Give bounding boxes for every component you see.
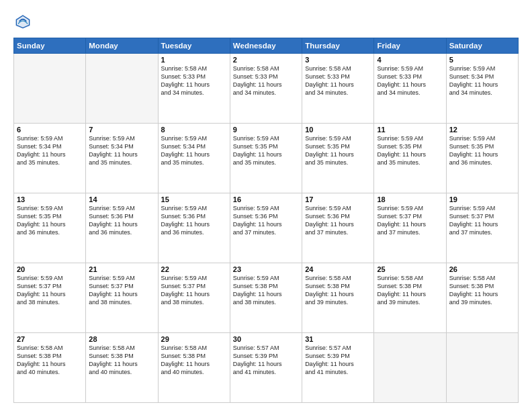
day-info: Sunrise: 5:59 AM Sunset: 5:34 PM Dayligh… [17, 134, 83, 167]
day-info: Sunrise: 5:59 AM Sunset: 5:34 PM Dayligh… [89, 134, 154, 167]
day-info: Sunrise: 5:59 AM Sunset: 5:36 PM Dayligh… [233, 204, 299, 237]
day-number: 9 [233, 126, 299, 134]
header-wednesday: Wednesday [230, 38, 302, 54]
day-info: Sunrise: 5:59 AM Sunset: 5:34 PM Dayligh… [161, 134, 227, 167]
day-info: Sunrise: 5:58 AM Sunset: 5:38 PM Dayligh… [377, 274, 443, 307]
day-info: Sunrise: 5:58 AM Sunset: 5:38 PM Dayligh… [17, 344, 83, 377]
calendar-cell: 27Sunrise: 5:58 AM Sunset: 5:38 PM Dayli… [14, 333, 86, 403]
svg-marker-0 [16, 15, 30, 29]
day-number: 16 [233, 195, 299, 203]
day-info: Sunrise: 5:59 AM Sunset: 5:35 PM Dayligh… [17, 204, 83, 237]
week-row-4: 20Sunrise: 5:59 AM Sunset: 5:37 PM Dayli… [14, 263, 519, 333]
calendar-cell: 2Sunrise: 5:58 AM Sunset: 5:33 PM Daylig… [230, 54, 302, 124]
day-info: Sunrise: 5:59 AM Sunset: 5:36 PM Dayligh… [161, 204, 227, 237]
calendar-cell: 1Sunrise: 5:58 AM Sunset: 5:33 PM Daylig… [158, 54, 230, 124]
calendar-header-row: SundayMondayTuesdayWednesdayThursdayFrid… [14, 38, 519, 54]
calendar-cell: 13Sunrise: 5:59 AM Sunset: 5:35 PM Dayli… [14, 193, 86, 263]
day-info: Sunrise: 5:59 AM Sunset: 5:35 PM Dayligh… [233, 134, 299, 167]
day-info: Sunrise: 5:59 AM Sunset: 5:37 PM Dayligh… [449, 204, 515, 237]
day-info: Sunrise: 5:59 AM Sunset: 5:36 PM Dayligh… [89, 204, 154, 237]
calendar-cell: 7Sunrise: 5:59 AM Sunset: 5:34 PM Daylig… [86, 124, 158, 193]
day-info: Sunrise: 5:58 AM Sunset: 5:33 PM Dayligh… [305, 64, 371, 97]
day-number: 20 [17, 265, 83, 273]
day-info: Sunrise: 5:59 AM Sunset: 5:36 PM Dayligh… [305, 204, 371, 237]
day-number: 13 [17, 195, 83, 203]
week-row-5: 27Sunrise: 5:58 AM Sunset: 5:38 PM Dayli… [14, 333, 519, 403]
day-info: Sunrise: 5:59 AM Sunset: 5:35 PM Dayligh… [449, 134, 515, 167]
day-info: Sunrise: 5:59 AM Sunset: 5:37 PM Dayligh… [89, 274, 154, 307]
day-number: 4 [377, 56, 443, 64]
logo-icon [13, 12, 32, 31]
calendar-cell [14, 54, 86, 124]
calendar-cell: 14Sunrise: 5:59 AM Sunset: 5:36 PM Dayli… [86, 193, 158, 263]
calendar-cell: 10Sunrise: 5:59 AM Sunset: 5:35 PM Dayli… [302, 124, 374, 193]
calendar-cell: 12Sunrise: 5:59 AM Sunset: 5:35 PM Dayli… [446, 124, 518, 193]
calendar-cell: 16Sunrise: 5:59 AM Sunset: 5:36 PM Dayli… [230, 193, 302, 263]
day-info: Sunrise: 5:59 AM Sunset: 5:33 PM Dayligh… [377, 64, 443, 97]
day-number: 17 [305, 195, 371, 203]
day-number: 3 [305, 56, 371, 64]
day-number: 26 [449, 265, 515, 273]
calendar-cell: 19Sunrise: 5:59 AM Sunset: 5:37 PM Dayli… [446, 193, 518, 263]
calendar-cell: 28Sunrise: 5:58 AM Sunset: 5:38 PM Dayli… [86, 333, 158, 403]
calendar-cell: 29Sunrise: 5:58 AM Sunset: 5:38 PM Dayli… [158, 333, 230, 403]
day-info: Sunrise: 5:58 AM Sunset: 5:38 PM Dayligh… [161, 344, 227, 377]
day-number: 6 [17, 126, 83, 134]
day-number: 25 [377, 265, 443, 273]
calendar-cell [374, 333, 446, 403]
calendar-cell [86, 54, 158, 124]
day-number: 29 [161, 335, 227, 343]
day-info: Sunrise: 5:59 AM Sunset: 5:37 PM Dayligh… [377, 204, 443, 237]
header [13, 12, 519, 31]
week-row-3: 13Sunrise: 5:59 AM Sunset: 5:35 PM Dayli… [14, 193, 519, 263]
day-number: 12 [449, 126, 515, 134]
calendar-cell: 22Sunrise: 5:59 AM Sunset: 5:37 PM Dayli… [158, 263, 230, 333]
day-number: 21 [89, 265, 154, 273]
day-info: Sunrise: 5:59 AM Sunset: 5:35 PM Dayligh… [305, 134, 371, 167]
week-row-2: 6Sunrise: 5:59 AM Sunset: 5:34 PM Daylig… [14, 124, 519, 193]
day-number: 15 [161, 195, 227, 203]
calendar-cell: 23Sunrise: 5:59 AM Sunset: 5:38 PM Dayli… [230, 263, 302, 333]
calendar-cell: 25Sunrise: 5:58 AM Sunset: 5:38 PM Dayli… [374, 263, 446, 333]
calendar-cell: 3Sunrise: 5:58 AM Sunset: 5:33 PM Daylig… [302, 54, 374, 124]
day-number: 5 [449, 56, 515, 64]
day-info: Sunrise: 5:58 AM Sunset: 5:33 PM Dayligh… [233, 64, 299, 97]
calendar: SundayMondayTuesdayWednesdayThursdayFrid… [13, 38, 519, 403]
week-row-1: 1Sunrise: 5:58 AM Sunset: 5:33 PM Daylig… [14, 54, 519, 124]
calendar-cell [446, 333, 518, 403]
calendar-cell: 18Sunrise: 5:59 AM Sunset: 5:37 PM Dayli… [374, 193, 446, 263]
header-tuesday: Tuesday [158, 38, 230, 54]
day-info: Sunrise: 5:58 AM Sunset: 5:38 PM Dayligh… [305, 274, 371, 307]
logo [13, 12, 35, 31]
calendar-cell: 11Sunrise: 5:59 AM Sunset: 5:35 PM Dayli… [374, 124, 446, 193]
calendar-cell: 5Sunrise: 5:59 AM Sunset: 5:34 PM Daylig… [446, 54, 518, 124]
day-info: Sunrise: 5:59 AM Sunset: 5:37 PM Dayligh… [161, 274, 227, 307]
day-number: 1 [161, 56, 227, 64]
day-number: 30 [233, 335, 299, 343]
calendar-cell: 26Sunrise: 5:58 AM Sunset: 5:38 PM Dayli… [446, 263, 518, 333]
day-info: Sunrise: 5:59 AM Sunset: 5:34 PM Dayligh… [449, 64, 515, 97]
day-info: Sunrise: 5:59 AM Sunset: 5:38 PM Dayligh… [233, 274, 299, 307]
day-info: Sunrise: 5:57 AM Sunset: 5:39 PM Dayligh… [233, 344, 299, 377]
page: SundayMondayTuesdayWednesdayThursdayFrid… [0, 0, 532, 411]
day-info: Sunrise: 5:58 AM Sunset: 5:33 PM Dayligh… [161, 64, 227, 97]
day-number: 23 [233, 265, 299, 273]
calendar-cell: 21Sunrise: 5:59 AM Sunset: 5:37 PM Dayli… [86, 263, 158, 333]
day-number: 2 [233, 56, 299, 64]
calendar-cell: 15Sunrise: 5:59 AM Sunset: 5:36 PM Dayli… [158, 193, 230, 263]
header-monday: Monday [86, 38, 158, 54]
day-number: 18 [377, 195, 443, 203]
day-info: Sunrise: 5:59 AM Sunset: 5:35 PM Dayligh… [377, 134, 443, 167]
day-info: Sunrise: 5:57 AM Sunset: 5:39 PM Dayligh… [305, 344, 371, 377]
day-number: 10 [305, 126, 371, 134]
header-thursday: Thursday [302, 38, 374, 54]
header-friday: Friday [374, 38, 446, 54]
day-number: 31 [305, 335, 371, 343]
calendar-cell: 9Sunrise: 5:59 AM Sunset: 5:35 PM Daylig… [230, 124, 302, 193]
calendar-cell: 6Sunrise: 5:59 AM Sunset: 5:34 PM Daylig… [14, 124, 86, 193]
day-number: 22 [161, 265, 227, 273]
day-number: 8 [161, 126, 227, 134]
calendar-cell: 8Sunrise: 5:59 AM Sunset: 5:34 PM Daylig… [158, 124, 230, 193]
calendar-cell: 30Sunrise: 5:57 AM Sunset: 5:39 PM Dayli… [230, 333, 302, 403]
day-info: Sunrise: 5:59 AM Sunset: 5:37 PM Dayligh… [17, 274, 83, 307]
